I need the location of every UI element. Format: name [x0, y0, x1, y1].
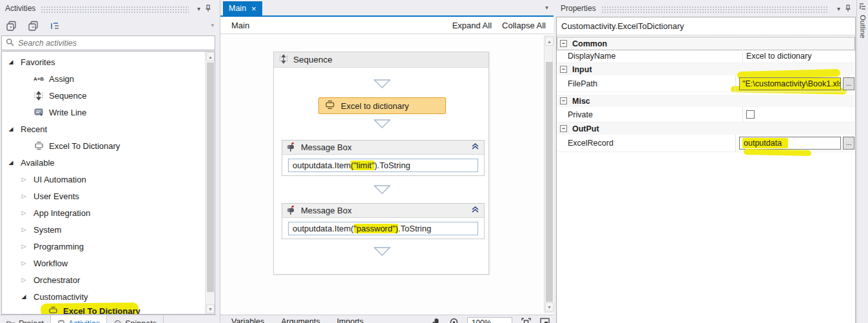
pan-icon[interactable]: [432, 318, 441, 323]
side-tab-strip: Outline: [856, 0, 868, 323]
zoom-level-select[interactable]: 100% ⌄: [467, 317, 512, 323]
arguments-button[interactable]: Arguments: [281, 317, 320, 323]
tree-item-app-integration[interactable]: ▷ App Integration: [2, 205, 203, 220]
displayname-value[interactable]: Excel to dictionary: [742, 50, 854, 63]
message-text-input[interactable]: outputdata.Item("limit").ToString: [288, 159, 478, 172]
pin-icon[interactable]: [844, 4, 853, 13]
panel-menu-caret-icon[interactable]: ▾: [834, 5, 844, 12]
collapse-section-icon[interactable]: −: [560, 40, 567, 47]
group-options-icon[interactable]: [49, 19, 62, 32]
tree-item-user-events[interactable]: ▷ User Events: [2, 188, 203, 204]
panel-drag-texture[interactable]: [601, 6, 829, 13]
uipath-studio-window: Activities ▾ ▾: [0, 0, 868, 323]
collapse-chevron-icon[interactable]: [471, 206, 479, 215]
tree-scrollbar[interactable]: ▲ ▼: [205, 52, 215, 314]
expand-all-link[interactable]: Expand All: [452, 21, 492, 30]
close-tab-icon[interactable]: ×: [251, 4, 256, 14]
sequence-activity[interactable]: Sequence Excel to dictionary Mess: [273, 52, 489, 275]
expand-all-icon[interactable]: [5, 19, 18, 32]
canvas-scrollbar[interactable]: ▲ ▼: [544, 35, 553, 313]
left-bottom-tabs: Project Activities Snippets: [0, 315, 217, 323]
expander-icon[interactable]: ▷: [20, 277, 28, 283]
activities-panel: Activities ▾ ▾: [0, 0, 217, 323]
expander-icon[interactable]: ▷: [20, 210, 28, 216]
filepath-input[interactable]: "E:\customactivity\Book1.xls: [739, 77, 841, 90]
imports-button[interactable]: Imports: [337, 317, 364, 323]
scrollbar-thumb[interactable]: [546, 62, 553, 302]
toolbar-overflow-grip-icon[interactable]: ▾: [211, 22, 214, 28]
tree-item-write-line[interactable]: Write Line: [2, 104, 203, 120]
collapse-section-icon[interactable]: −: [560, 125, 567, 132]
private-checkbox[interactable]: [746, 110, 755, 119]
message-box-title: Message Box: [301, 142, 352, 152]
collapse-all-link[interactable]: Collapse All: [502, 21, 546, 30]
scroll-down-icon[interactable]: ▼: [545, 302, 554, 311]
expander-icon[interactable]: ▷: [20, 176, 28, 182]
tree-item-assign[interactable]: A+B Assign: [2, 71, 203, 86]
message-box-activity-1[interactable]: Message Box outputdata.Item("limit").ToS…: [282, 140, 485, 176]
tree-item-excel-to-dictionary-custom[interactable]: Excel To Dictionary: [2, 303, 203, 315]
workflow-canvas[interactable]: Sequence Excel to dictionary Mess: [220, 34, 554, 315]
expander-icon[interactable]: ◢: [7, 59, 15, 65]
collapse-chevron-icon[interactable]: [471, 142, 479, 152]
variables-button[interactable]: Variables: [231, 317, 264, 323]
tab-list-caret-icon[interactable]: ▾: [545, 4, 548, 11]
excelrecord-input[interactable]: outputdata: [739, 137, 841, 150]
tree-item-ui-automation[interactable]: ▷ UI Automation: [2, 171, 203, 187]
properties-panel-header: Properties ▾: [555, 0, 856, 17]
expander-icon[interactable]: ▷: [20, 260, 28, 266]
expander-icon[interactable]: ◢: [20, 293, 28, 300]
tab-outline[interactable]: Outline: [858, 3, 868, 38]
expander-icon[interactable]: ▷: [20, 193, 28, 199]
tree-item-system[interactable]: ▷ System: [2, 222, 203, 237]
excel-to-dictionary-activity[interactable]: Excel to dictionary: [318, 97, 446, 114]
tab-main[interactable]: Main ×: [223, 1, 262, 15]
section-misc[interactable]: − Misc: [557, 95, 854, 107]
overview-icon[interactable]: [540, 318, 550, 323]
expander-icon[interactable]: ▷: [20, 243, 28, 250]
tree-item-orchestrator[interactable]: ▷ Orchestrator: [2, 272, 203, 288]
zoom-icon[interactable]: [450, 318, 458, 323]
expander-icon[interactable]: ▷: [20, 226, 28, 233]
expander-icon[interactable]: ◢: [7, 126, 15, 132]
scroll-up-icon[interactable]: ▲: [206, 52, 215, 61]
filepath-browse-button[interactable]: ...: [843, 77, 854, 90]
tree-item-available[interactable]: ◢ Available: [2, 155, 203, 170]
breadcrumb[interactable]: Main: [231, 21, 249, 30]
tree-item-favorites[interactable]: ◢ Favorites: [2, 54, 203, 70]
tree-item-excel-to-dictionary-recent[interactable]: Excel To Dictionary: [2, 138, 203, 153]
panel-menu-caret-icon[interactable]: ▾: [194, 5, 204, 12]
property-row-displayname: DisplayName Excel to dictionary: [557, 50, 854, 63]
section-output[interactable]: − OutPut: [557, 122, 854, 135]
property-label: DisplayName: [557, 52, 742, 61]
tree-item-customactivity[interactable]: ◢ Customactivity: [2, 289, 203, 304]
activities-panel-header: Activities ▾: [0, 0, 217, 17]
message-box-header[interactable]: Message Box: [282, 141, 484, 155]
scroll-up-icon[interactable]: ▲: [545, 37, 554, 46]
tab-snippets[interactable]: Snippets: [107, 315, 164, 323]
tab-activities[interactable]: Activities: [51, 315, 107, 323]
excelrecord-browse-button[interactable]: ...: [843, 137, 854, 150]
search-input[interactable]: [18, 39, 211, 48]
tree-item-workflow[interactable]: ▷ Workflow: [2, 255, 203, 271]
tree-item-sequence[interactable]: Sequence: [2, 88, 203, 103]
panel-drag-texture[interactable]: [41, 6, 189, 13]
expander-icon[interactable]: ◢: [7, 159, 15, 166]
pin-icon[interactable]: [204, 4, 213, 13]
properties-panel: Properties ▾ Customactivity.ExcelToDicti…: [555, 0, 856, 323]
collapse-section-icon[interactable]: −: [560, 66, 567, 73]
sequence-header[interactable]: Sequence: [274, 52, 488, 68]
fit-to-screen-icon[interactable]: [521, 318, 531, 323]
message-box-activity-2[interactable]: Message Box outputdata.Item("password").…: [282, 203, 485, 239]
tree-item-recent[interactable]: ◢ Recent: [2, 121, 203, 137]
section-common[interactable]: − Common: [557, 37, 854, 50]
tab-project[interactable]: Project: [0, 315, 51, 323]
scrollbar-thumb[interactable]: [207, 63, 214, 292]
collapse-all-icon[interactable]: [27, 19, 40, 32]
collapse-section-icon[interactable]: −: [560, 97, 567, 104]
tree-item-programming[interactable]: ▷ Programming: [2, 239, 203, 254]
message-box-header[interactable]: Message Box: [282, 204, 484, 218]
scroll-down-icon[interactable]: ▼: [206, 304, 215, 313]
document-tabstrip: Main × ▾: [220, 0, 554, 17]
message-text-input[interactable]: outputdata.Item("password").ToString: [288, 222, 478, 235]
